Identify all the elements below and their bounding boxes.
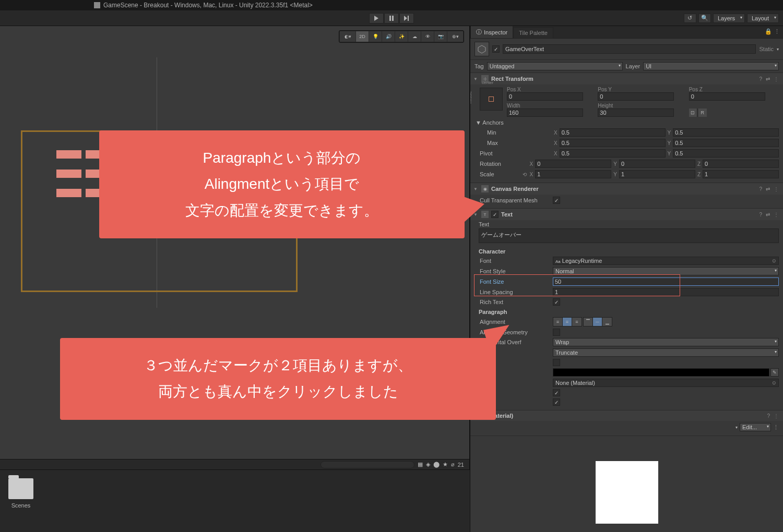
valign-top-button[interactable]: ▔ <box>584 318 593 326</box>
pause-button[interactable] <box>384 13 399 23</box>
help-icon[interactable]: ? <box>758 186 763 192</box>
roty-input[interactable] <box>619 160 695 168</box>
footer-icon[interactable]: ◈ <box>426 461 430 468</box>
scalez-input[interactable] <box>703 170 779 178</box>
cull-checkbox[interactable] <box>553 197 560 204</box>
preset-icon[interactable]: ⇄ <box>765 76 771 82</box>
linespacing-input[interactable] <box>553 288 779 296</box>
gameobject-icon[interactable] <box>474 42 489 56</box>
menu-icon[interactable]: ⋮ <box>774 28 780 35</box>
brick-sprite[interactable] <box>56 189 81 197</box>
align-center-button[interactable]: ≡ <box>563 318 572 326</box>
camera-button[interactable]: 📷 <box>434 31 447 42</box>
help-icon[interactable]: ? <box>766 413 771 419</box>
component-header[interactable]: ▼ ⊹ Rect Transform ?⇄⋮ <box>470 73 783 84</box>
shader-arrow[interactable]: ▾ <box>735 425 738 430</box>
text-textarea[interactable]: ゲームオーバー <box>479 228 779 243</box>
tag-dropdown[interactable]: Untagged <box>487 62 623 70</box>
valign-bottom-button[interactable]: ▁ <box>602 318 612 326</box>
anchor-maxx-input[interactable] <box>560 139 666 147</box>
help-icon[interactable]: ? <box>758 76 763 82</box>
component-header[interactable]: ▼ T Text ?⇄⋮ <box>470 209 783 220</box>
layers-dropdown[interactable]: Layers <box>713 14 745 23</box>
audio-toggle[interactable]: 🔊 <box>382 31 395 42</box>
height-input[interactable] <box>598 108 674 117</box>
menu-icon[interactable]: ⋮ <box>773 186 780 192</box>
anchor-preset-button[interactable] <box>480 88 503 111</box>
foldout-icon[interactable]: ▼ <box>473 77 479 81</box>
brick-sprite[interactable] <box>56 170 81 178</box>
footer-icon[interactable]: ★ <box>443 461 448 468</box>
vertoverflow-dropdown[interactable]: Truncate <box>553 348 779 357</box>
shader-edit-dropdown[interactable]: Edit... <box>740 423 771 431</box>
foldout-icon[interactable]: ▼ <box>473 187 479 191</box>
anchor-maxy-input[interactable] <box>673 139 779 147</box>
tile-palette-tab[interactable]: Tile Palette <box>513 27 553 38</box>
anchor-minx-input[interactable] <box>560 128 666 137</box>
scene-search-input[interactable] <box>321 461 414 468</box>
footer-icon[interactable]: ▦ <box>418 461 423 468</box>
scalex-input[interactable] <box>535 170 611 178</box>
component-header[interactable]: ▼ ◉ Canvas Renderer ?⇄⋮ <box>470 183 783 195</box>
width-input[interactable] <box>507 108 583 117</box>
posz-input[interactable] <box>689 92 765 101</box>
bestfit-checkbox[interactable] <box>553 359 560 366</box>
inspector-tab[interactable]: ⓘ Inspector <box>470 26 513 38</box>
blueprint-mode-button[interactable]: ⊡ <box>689 108 697 117</box>
layout-dropdown[interactable]: Layout <box>747 14 779 23</box>
brick-sprite[interactable] <box>56 150 81 159</box>
eye-off-icon[interactable]: ⌀ <box>451 461 455 468</box>
horizoverflow-dropdown[interactable]: Wrap <box>553 338 779 346</box>
scaley-input[interactable] <box>619 170 695 178</box>
maskable-checkbox[interactable] <box>553 398 560 406</box>
visibility-toggle[interactable]: 👁 <box>421 31 434 42</box>
component-header[interactable]: ▶ al (Material) ?⋮ <box>470 410 783 421</box>
play-button[interactable] <box>369 13 384 23</box>
align-left-button[interactable]: ≡ <box>553 318 563 326</box>
font-field[interactable]: Aa LegacyRuntime⊙ <box>553 257 779 265</box>
fontsize-input[interactable] <box>553 277 779 286</box>
rotz-input[interactable] <box>703 160 779 168</box>
hidden-toggle[interactable]: ☁ <box>408 31 421 42</box>
lock-icon[interactable]: 🔒 <box>765 28 772 35</box>
preset-icon[interactable]: ⇄ <box>765 212 771 217</box>
preset-icon[interactable]: ⇄ <box>765 186 771 192</box>
gizmos-dropdown[interactable]: ⊕▾ <box>447 31 463 42</box>
menu-icon[interactable]: ⋮ <box>773 413 780 419</box>
menu-icon[interactable]: ⋮ <box>773 212 780 217</box>
2d-toggle[interactable]: 2D <box>356 31 369 42</box>
rotx-input[interactable] <box>535 160 611 168</box>
valign-middle-button[interactable]: ─ <box>593 318 602 326</box>
static-dropdown-arrow[interactable]: ▾ <box>777 47 779 52</box>
shading-mode-dropdown[interactable]: ◐▾ <box>340 31 355 42</box>
link-icon[interactable]: ⟲ <box>521 170 528 178</box>
material-field[interactable]: None (Material)⊙ <box>553 379 779 387</box>
pivoty-input[interactable] <box>673 149 779 158</box>
asset-folder[interactable]: Scenes <box>4 474 38 528</box>
color-swatch[interactable] <box>553 368 769 377</box>
menu-icon[interactable]: ⋮ <box>773 76 780 82</box>
posy-input[interactable] <box>598 92 674 101</box>
pivotx-input[interactable] <box>560 149 666 158</box>
posx-input[interactable] <box>507 92 583 101</box>
undo-history-button[interactable]: ↺ <box>684 14 696 23</box>
object-name-input[interactable] <box>503 44 756 54</box>
layer-dropdown[interactable]: UI <box>643 62 779 70</box>
eyedropper-button[interactable]: ✎ <box>770 368 779 377</box>
lighting-toggle[interactable]: 💡 <box>369 31 382 42</box>
active-checkbox[interactable] <box>492 45 500 53</box>
search-button[interactable]: 🔍 <box>698 14 711 23</box>
richtext-checkbox[interactable] <box>553 298 560 306</box>
menu-icon[interactable]: ⋮ <box>773 424 779 431</box>
alignbygeo-checkbox[interactable] <box>553 329 560 336</box>
fx-toggle[interactable]: ✨ <box>395 31 408 42</box>
raw-edit-button[interactable]: R <box>698 108 707 117</box>
align-right-button[interactable]: ≡ <box>572 318 582 326</box>
fontstyle-dropdown[interactable]: Normal <box>553 267 779 275</box>
raycast-checkbox[interactable] <box>553 389 560 396</box>
footer-icon[interactable]: ⬤ <box>433 461 440 468</box>
help-icon[interactable]: ? <box>758 212 763 217</box>
step-button[interactable] <box>399 13 414 23</box>
enable-checkbox[interactable] <box>491 211 499 218</box>
anchor-miny-input[interactable] <box>673 128 779 137</box>
